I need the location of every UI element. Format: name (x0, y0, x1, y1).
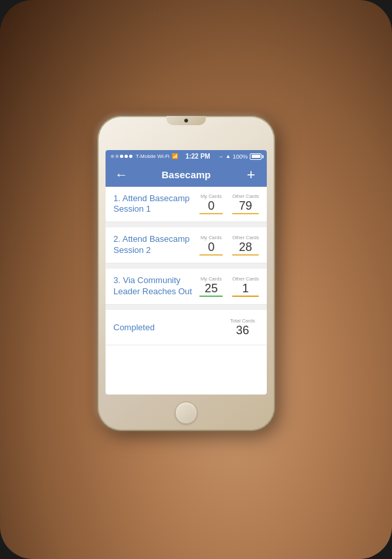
content-area: 1. Attend Basecamp Session 1 My Cards 0 … (106, 187, 267, 345)
carrier-label: T-Mobile Wi-Fi (136, 153, 170, 159)
phone-notch (167, 116, 206, 125)
signal-dots (111, 155, 132, 158)
my-cards-label-2: My Cards (201, 235, 222, 241)
my-cards-underline-2 (199, 254, 223, 256)
signal-dot-4 (125, 155, 128, 158)
my-cards-label-1: My Cards (201, 193, 222, 199)
phone-screen: T-Mobile Wi-Fi 📶 1:22 PM → ▲ 100% ← Base… (106, 150, 267, 395)
list-item[interactable]: 3. Via Community Leader Reaches Out My C… (106, 269, 267, 305)
my-cards-label-3: My Cards (201, 276, 222, 282)
add-button[interactable]: + (243, 166, 259, 183)
other-cards-col-3: Other Cards 1 (232, 276, 259, 297)
scene: T-Mobile Wi-Fi 📶 1:22 PM → ▲ 100% ← Base… (0, 0, 392, 559)
bluetooth-icon: ▲ (225, 153, 231, 159)
item-3-stats: My Cards 25 Other Cards 1 (199, 276, 259, 297)
item-title-1: 1. Attend Basecamp Session 1 (113, 193, 199, 216)
item-title-3: 3. Via Community Leader Reaches Out (113, 275, 199, 298)
list-item[interactable]: 1. Attend Basecamp Session 1 My Cards 0 … (106, 187, 267, 223)
other-cards-value-2: 28 (239, 241, 252, 253)
back-button[interactable]: ← (113, 167, 129, 182)
separator-2 (106, 263, 267, 269)
total-stat: Total Cards 36 (226, 318, 259, 336)
my-cards-underline-3 (199, 296, 223, 297)
nav-title: Basecamp (129, 169, 243, 180)
battery-fill (252, 155, 260, 158)
my-cards-value-3: 25 (205, 282, 218, 294)
list-item[interactable]: 2. Attend Basecamp Session 2 My Cards 0 … (106, 227, 267, 263)
status-bar: T-Mobile Wi-Fi 📶 1:22 PM → ▲ 100% (106, 150, 267, 163)
other-cards-label-1: Other Cards (232, 193, 259, 199)
item-1-stats: My Cards 0 Other Cards 79 (199, 193, 259, 214)
wifi-icon: 📶 (172, 153, 178, 159)
other-cards-underline-2 (232, 254, 259, 256)
item-2-stats: My Cards 0 Other Cards 28 (199, 235, 259, 256)
completed-title: Completed (113, 322, 155, 332)
my-cards-col-1: My Cards 0 (199, 193, 223, 214)
total-cards-label: Total Cards (230, 318, 255, 324)
other-cards-col-1: Other Cards 79 (232, 193, 259, 214)
separator-1 (106, 222, 267, 227)
home-button[interactable] (175, 402, 197, 424)
my-cards-underline-1 (199, 213, 223, 214)
signal-dot-3 (120, 155, 123, 158)
completed-row[interactable]: Completed Total Cards 36 (106, 310, 267, 345)
signal-dot-2 (115, 155, 119, 158)
battery-icon (250, 153, 262, 160)
other-cards-underline-3 (232, 296, 259, 297)
other-cards-value-1: 79 (239, 200, 252, 212)
other-cards-label-3: Other Cards (232, 276, 259, 282)
status-right: → ▲ 100% (218, 153, 262, 160)
camera-lens (184, 119, 188, 123)
other-cards-col-2: Other Cards 28 (232, 235, 259, 256)
battery-label: 100% (233, 153, 248, 160)
separator-3 (106, 305, 267, 310)
item-title-2: 2. Attend Basecamp Session 2 (113, 234, 199, 256)
status-time: 1:22 PM (186, 153, 210, 160)
status-left: T-Mobile Wi-Fi 📶 (111, 153, 178, 159)
my-cards-value-2: 0 (208, 241, 214, 253)
signal-dot-1 (111, 155, 114, 158)
other-cards-value-3: 1 (243, 282, 249, 294)
total-cards-value: 36 (236, 324, 249, 336)
location-icon: → (218, 153, 224, 160)
my-cards-value-1: 0 (208, 200, 214, 212)
other-cards-label-2: Other Cards (232, 235, 259, 241)
signal-dot-5 (129, 155, 132, 158)
my-cards-col-3: My Cards 25 (199, 276, 223, 297)
phone-shell: T-Mobile Wi-Fi 📶 1:22 PM → ▲ 100% ← Base… (98, 116, 275, 431)
nav-bar: ← Basecamp + (106, 163, 267, 187)
my-cards-col-2: My Cards 0 (199, 235, 223, 256)
other-cards-underline-1 (232, 213, 259, 214)
